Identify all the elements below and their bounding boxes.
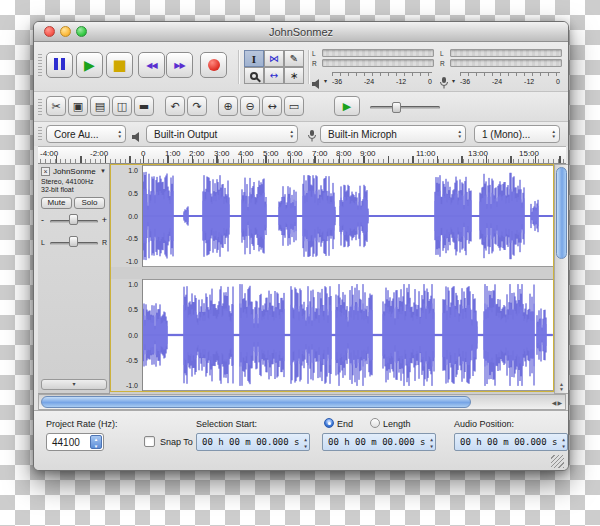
selection-tool-button[interactable]: I (244, 50, 264, 67)
mute-button[interactable]: Mute (41, 197, 72, 209)
playback-speed-slider[interactable] (370, 102, 440, 113)
audio-position-time-field[interactable]: 00 h 00 m 00.000 s ▲▼ (454, 433, 568, 451)
skip-to-end-button[interactable]: ▶▶ (166, 52, 193, 78)
track-menu-caret-icon[interactable]: ▼ (100, 168, 106, 174)
pan-slider[interactable]: L R (41, 236, 107, 250)
zoom-in-button[interactable]: ⊕ (218, 96, 238, 116)
snap-to-checkbox[interactable] (144, 436, 155, 447)
time-field-stepper[interactable]: ▲▼ (562, 436, 565, 450)
timeline-ruler[interactable]: -4:00-2:0001:002:003:004:005:006:007:008… (38, 146, 566, 164)
edit-toolbar: ✂▣▤◫▬↶↷⊕⊖↔▭ (46, 96, 304, 116)
time-field-stepper[interactable]: ▲▼ (304, 436, 307, 450)
play-button[interactable]: ▶ (76, 52, 103, 78)
meter-channel-labels: L R (312, 49, 317, 69)
redo-button[interactable]: ↷ (187, 96, 207, 116)
horizontal-scrollbar[interactable]: ◀▶ (38, 394, 566, 410)
snap-to-label[interactable]: Snap To (160, 437, 193, 447)
horizontal-scrollbar-thumb[interactable] (41, 396, 471, 408)
playback-meter[interactable]: L R ▾ -36-24-120 (312, 49, 434, 89)
meter-scale-value: -24 (364, 78, 374, 85)
close-track-button[interactable]: × (41, 167, 50, 176)
play-at-speed-button[interactable]: ▶ (334, 96, 360, 116)
input-device-dropdown[interactable]: Built-in Microph ▲▼ (320, 125, 466, 143)
vertical-scrollbar-thumb[interactable] (556, 167, 567, 259)
meter-dropdown-caret[interactable]: ▾ (452, 77, 455, 84)
paste-button[interactable]: ▤ (90, 96, 110, 116)
meter-scale-value: 0 (556, 78, 560, 85)
project-rate-stepper[interactable]: ▲▼ (90, 435, 102, 449)
window-resize-grip[interactable] (551, 455, 564, 468)
amplitude-scale-value: 0.0 (128, 332, 138, 339)
amplitude-scale-value: -0.5 (126, 235, 138, 242)
solo-button[interactable]: Solo (74, 197, 105, 209)
copy-button[interactable]: ▣ (68, 96, 88, 116)
scrollbar-arrows-icon[interactable]: ▲▼ (555, 382, 568, 392)
toolbar-grip[interactable] (38, 54, 42, 78)
zoom-out-button[interactable]: ⊖ (240, 96, 260, 116)
scrollbar-arrows-icon[interactable]: ◀▶ (552, 399, 563, 406)
cut-button[interactable]: ✂ (46, 96, 66, 116)
waveform-view-right[interactable] (143, 279, 553, 391)
collapse-track-button[interactable]: ▾ (41, 379, 107, 390)
end-radio[interactable] (324, 418, 334, 428)
pan-slider-thumb[interactable] (69, 236, 78, 247)
meter-scale-value: -36 (460, 78, 470, 85)
undo-button[interactable]: ↶ (165, 96, 185, 116)
project-rate-value: 44100 (52, 437, 80, 448)
vertical-scrollbar[interactable]: ▲▼ (554, 164, 569, 394)
gain-max-label: + (102, 215, 107, 225)
time-field-stepper[interactable]: ▲▼ (430, 436, 433, 450)
meter-scale-value: -24 (492, 78, 502, 85)
selection-start-value: 00 h 00 m 00.000 s (202, 437, 300, 447)
multi-tool-button[interactable]: ∗ (284, 67, 304, 84)
fit-selection-button[interactable]: ↔ (262, 96, 282, 116)
record-button[interactable] (200, 52, 227, 78)
vertical-ruler-left-channel[interactable]: 1.00.50.0-0.5-1.0 (111, 165, 143, 267)
toolbar-separator (238, 50, 239, 84)
toolbar-grip[interactable] (38, 99, 42, 115)
recording-meter[interactable]: L R ▾ -36-24-120 (440, 49, 562, 89)
transparent-checkerboard-background: JohnSonmez ▶ ■ ◀◀ ▶▶ (0, 0, 600, 526)
end-radio-label[interactable]: End (337, 419, 353, 429)
length-radio[interactable] (370, 418, 380, 428)
waveform-view-left[interactable] (143, 165, 553, 267)
project-rate-input[interactable]: 44100 ▲▼ (46, 433, 104, 451)
titlebar[interactable]: JohnSonmez (34, 22, 568, 42)
vertical-ruler-right-channel[interactable]: 1.00.50.0-0.5-1.0 (111, 279, 143, 391)
input-channels-value: 1 (Mono)... (482, 129, 530, 140)
input-channels-dropdown[interactable]: 1 (Mono)... ▲▼ (474, 125, 560, 143)
skip-to-start-icon: ◀◀ (146, 61, 156, 70)
waveform-left-channel[interactable] (143, 166, 553, 266)
silence-button[interactable]: ▬ (134, 96, 154, 116)
meter-scale-value: -12 (524, 78, 534, 85)
gain-slider-thumb[interactable] (69, 214, 78, 225)
fit-project-button[interactable]: ▭ (284, 96, 304, 116)
output-device-dropdown[interactable]: Built-in Output ▲▼ (146, 125, 298, 143)
length-radio-label[interactable]: Length (383, 419, 411, 429)
selection-start-time-field[interactable]: 00 h 00 m 00.000 s ▲▼ (196, 433, 310, 451)
toolbar-grip[interactable] (38, 127, 42, 141)
envelope-tool-button[interactable]: ⋈ (264, 50, 284, 67)
amplitude-scale-value: 1.0 (128, 167, 138, 174)
recording-meter-bars (450, 49, 562, 69)
gain-slider[interactable]: - + (41, 214, 107, 228)
meter-dropdown-caret[interactable]: ▾ (324, 77, 327, 84)
draw-tool-button[interactable]: ✎ (284, 50, 304, 67)
stop-button[interactable]: ■ (106, 52, 133, 78)
skip-to-start-button[interactable]: ◀◀ (138, 52, 165, 78)
amplitude-scale: 1.00.50.0-0.5-1.0 (111, 281, 138, 389)
audio-host-dropdown[interactable]: Core Au... ▲▼ (46, 125, 126, 143)
multi-tool-icon: ∗ (290, 70, 298, 81)
pause-button[interactable] (46, 52, 73, 78)
zoom-tool-button[interactable] (244, 67, 264, 84)
fit-project-icon: ▭ (289, 101, 299, 112)
timeshift-tool-button[interactable]: ↔ (264, 67, 284, 84)
trim-button[interactable]: ◫ (112, 96, 132, 116)
output-device-value: Built-in Output (154, 129, 217, 140)
amplitude-scale-value: 0.0 (128, 213, 138, 220)
slider-thumb[interactable] (392, 102, 401, 113)
waveform-right-channel[interactable] (143, 280, 553, 390)
record-icon (208, 59, 220, 71)
track-name[interactable]: JohnSonme (53, 167, 96, 176)
selection-end-time-field[interactable]: 00 h 00 m 00.000 s ▲▼ (322, 433, 436, 451)
